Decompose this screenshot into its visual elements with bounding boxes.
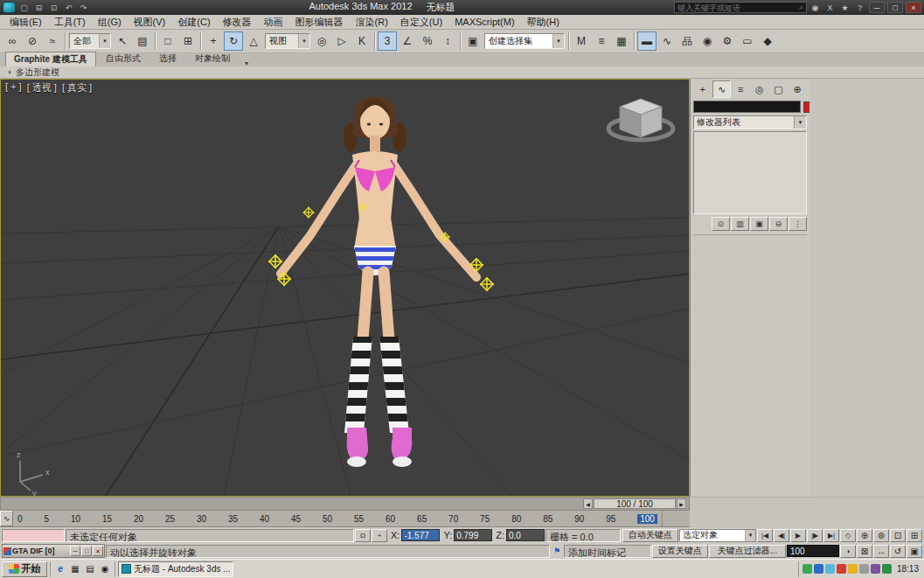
bind-to-spacewarp-button[interactable]: ≈: [43, 31, 62, 51]
favorites-icon[interactable]: ★: [838, 3, 851, 12]
viewport-pov-label[interactable]: [ 透视 ]: [27, 81, 57, 94]
quicklaunch-desktop-icon[interactable]: ▦: [68, 562, 82, 576]
perspective-viewport[interactable]: zxy [ + ] [ 透视 ] [ 真实 ]: [0, 79, 690, 497]
search-input[interactable]: [677, 3, 799, 12]
ribbon-tab-selection[interactable]: 选择: [150, 51, 185, 66]
character-model[interactable]: [281, 96, 476, 467]
time-slider[interactable]: ◀ 100 / 100 ▶: [0, 497, 690, 511]
render-production-button[interactable]: ◆: [758, 31, 777, 51]
ribbon-options-icon[interactable]: ▼: [240, 60, 254, 66]
motion-panel-tab[interactable]: ◎: [750, 80, 769, 98]
make-unique-button[interactable]: ▣: [750, 217, 768, 231]
add-time-tag[interactable]: 添加时间标记: [564, 545, 651, 558]
pan-view-button[interactable]: ↔: [873, 545, 889, 558]
menu-item[interactable]: 视图(V): [128, 16, 172, 29]
close-button[interactable]: ×: [906, 2, 921, 13]
window-crossing-button[interactable]: ⊞: [178, 31, 198, 51]
reference-coordinate-system-dropdown[interactable]: 视图 ▼: [265, 33, 310, 49]
select-and-manipulate-button[interactable]: ▷: [332, 31, 351, 51]
time-slider-next-arrow[interactable]: ▶: [677, 498, 686, 509]
ribbon-tab-graphite[interactable]: Graphite 建模工具: [5, 52, 96, 66]
tray-icon[interactable]: [802, 564, 812, 574]
tray-icon[interactable]: [848, 564, 858, 574]
tray-icon[interactable]: [882, 564, 892, 574]
modifier-stack-list[interactable]: [693, 131, 807, 214]
script-restore-button[interactable]: □: [81, 546, 92, 556]
mini-curve-editor-button[interactable]: ∿: [0, 511, 13, 526]
menu-item[interactable]: 图形编辑器: [289, 16, 350, 29]
next-frame-button[interactable]: |▶: [807, 529, 823, 542]
tray-icon[interactable]: [825, 564, 835, 574]
field-of-view-button[interactable]: ⊠: [857, 545, 872, 558]
zoom-all-button[interactable]: ⊛: [873, 529, 889, 542]
align-button[interactable]: ≡: [592, 31, 611, 51]
minimized-script-window[interactable]: GTA DIF [0] ─ □ ×: [2, 544, 105, 558]
time-slider-button[interactable]: 100 / 100: [594, 498, 676, 509]
schematic-view-button[interactable]: 品: [677, 31, 697, 51]
menu-item[interactable]: 编辑(E): [3, 16, 48, 29]
redo-icon[interactable]: ↷: [77, 3, 90, 12]
selection-filter-dropdown[interactable]: 全部 ▼: [69, 33, 111, 49]
tray-icon[interactable]: [814, 564, 823, 574]
graphite-ribbon-toggle-button[interactable]: ▬: [637, 31, 657, 51]
time-tag-icon[interactable]: ⚑: [551, 545, 563, 558]
hierarchy-panel-tab[interactable]: ≡: [731, 80, 750, 98]
layer-manager-button[interactable]: ▦: [612, 31, 631, 51]
viewcube[interactable]: [608, 99, 673, 140]
maximize-viewport-toggle[interactable]: ▣: [907, 545, 922, 558]
rendered-frame-window-button[interactable]: ▭: [738, 31, 757, 51]
taskbar-task-button[interactable]: 无标题 - Autodesk 3ds ...: [118, 561, 233, 577]
previous-frame-button[interactable]: ◀|: [774, 529, 789, 542]
modify-panel-tab[interactable]: ∿: [712, 80, 732, 98]
time-slider-prev-arrow[interactable]: ◀: [583, 498, 593, 509]
play-button[interactable]: ▶: [790, 529, 806, 542]
sign-in-icon[interactable]: ◉: [809, 3, 822, 12]
mirror-button[interactable]: M: [572, 31, 591, 51]
configure-modifier-sets-button[interactable]: ⋮: [789, 217, 807, 231]
key-filters-button[interactable]: 关键点过滤器...: [709, 545, 786, 558]
absolute-mode-button[interactable]: +: [372, 529, 387, 542]
track-bar[interactable]: ∿ 05101520253035404550556065707580859095…: [0, 511, 690, 527]
search-icon[interactable]: ⌕: [799, 3, 803, 12]
save-file-icon[interactable]: ⊡: [47, 3, 60, 12]
menu-item[interactable]: 工具(T): [48, 16, 92, 29]
current-frame-field[interactable]: 100: [787, 545, 839, 557]
viewport-shading-label[interactable]: [ 真实 ]: [62, 81, 92, 94]
help-icon[interactable]: ?: [853, 3, 866, 12]
open-file-icon[interactable]: ⊟: [32, 3, 45, 12]
x-coordinate-field[interactable]: -1.577: [401, 529, 440, 541]
quicklaunch-media-icon[interactable]: ◉: [98, 562, 112, 576]
infocenter-search[interactable]: ⌕: [674, 2, 807, 13]
select-and-link-button[interactable]: ∞: [3, 31, 22, 51]
object-name-field[interactable]: [693, 101, 801, 113]
application-menu-button[interactable]: [3, 2, 16, 13]
utilities-panel-tab[interactable]: ⊕: [788, 80, 807, 98]
selection-set-dropdown[interactable]: 选定对象 ▼: [679, 529, 756, 542]
spinner-snap-button[interactable]: ↕: [438, 31, 457, 51]
select-and-scale-button[interactable]: △: [244, 31, 263, 51]
selection-region-button[interactable]: □: [158, 31, 177, 51]
show-end-result-button[interactable]: ▥: [731, 217, 749, 231]
z-coordinate-field[interactable]: 0.0: [506, 529, 545, 541]
select-and-rotate-button[interactable]: ↻: [224, 31, 243, 51]
zoom-extents-button[interactable]: ⊡: [890, 529, 906, 542]
maximize-button[interactable]: □: [887, 2, 903, 13]
ribbon-collapsed-panel[interactable]: ▼ 多边形建模: [0, 66, 924, 79]
snaps-toggle-button[interactable]: 3: [378, 31, 397, 51]
material-editor-button[interactable]: ◉: [698, 31, 717, 51]
render-setup-button[interactable]: ⚙: [718, 31, 737, 51]
edit-named-sets-button[interactable]: ▣: [463, 31, 483, 51]
menu-item[interactable]: 组(G): [92, 16, 128, 29]
viewport-menu-label[interactable]: [ + ]: [5, 81, 22, 94]
menu-item[interactable]: 帮助(H): [521, 16, 566, 29]
curve-editor-button[interactable]: ∿: [657, 31, 677, 51]
key-mode-button[interactable]: ◇: [840, 529, 856, 542]
maxscript-mini-listener[interactable]: [2, 529, 65, 542]
time-configuration-button[interactable]: ◑: [840, 545, 856, 558]
menu-item[interactable]: MAXScript(M): [448, 17, 520, 27]
lock-selection-button[interactable]: Ω: [355, 529, 371, 542]
undo-icon[interactable]: ↶: [62, 3, 75, 12]
menu-item[interactable]: 修改器: [217, 16, 258, 29]
percent-snap-button[interactable]: %: [418, 31, 437, 51]
script-minimize-button[interactable]: ─: [70, 546, 80, 556]
